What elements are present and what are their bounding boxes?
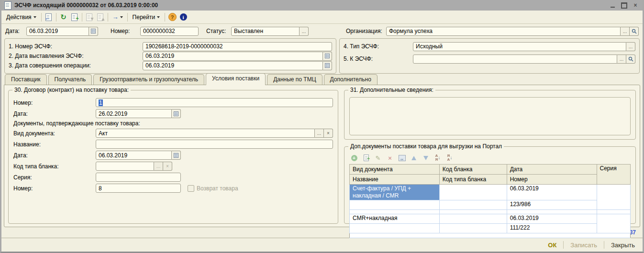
- esf-type-field[interactable]: Исходный ...: [413, 42, 635, 51]
- portal-docs-title: Доп.документы поставки товара для выгруз…: [348, 143, 504, 150]
- col-name[interactable]: Название: [350, 175, 440, 185]
- sort-arrow-icon: ↓: [438, 155, 440, 160]
- date-picker-button[interactable]: [323, 52, 332, 61]
- doc-type-clear-button[interactable]: ×: [324, 129, 333, 138]
- esf-type-select-button[interactable]: ...: [626, 42, 635, 51]
- tab-additional[interactable]: Дополнительно: [324, 74, 378, 85]
- table-row[interactable]: CMR+накладная 06.03.2019: [350, 214, 631, 224]
- esf-right-box: 4. Тип ЭСЧФ: Исходный ... 5. К ЭСЧФ: ...: [339, 38, 640, 74]
- end-edit-button[interactable]: ок: [398, 154, 406, 162]
- save-button[interactable]: Записать: [567, 241, 600, 250]
- table-row[interactable]: 123/986: [350, 200, 631, 210]
- info-button[interactable]: i: [178, 12, 188, 22]
- cell-number[interactable]: 123/986: [507, 200, 597, 210]
- esf-issue-date-field[interactable]: 06.03.2019: [143, 52, 332, 61]
- sort-asc-button[interactable]: АЯ ↓: [434, 154, 442, 162]
- cell-blank-type-code[interactable]: [439, 224, 507, 233]
- refresh-button[interactable]: ↻: [59, 12, 68, 22]
- right-column: 31. Дополнительные сведения: Доп.докумен…: [344, 90, 636, 224]
- cell-date[interactable]: 06.03.2019: [507, 185, 597, 200]
- title-bar: ЭСЧФ исходящий 0000000032 от 06.03.2019 …: [1, 0, 643, 11]
- tab-supplier[interactable]: Поставщик: [5, 74, 47, 85]
- col-blank-type-code[interactable]: Код типа бланка: [439, 175, 507, 185]
- col-date[interactable]: Дата: [507, 165, 597, 175]
- doc-number-field[interactable]: 8: [96, 184, 181, 193]
- cell-series[interactable]: [597, 214, 630, 233]
- help-button[interactable]: ?: [167, 12, 177, 22]
- edit-row-button[interactable]: ✎: [374, 154, 382, 162]
- cell-doc-type-selected[interactable]: Счет-фактура / УПД + накладная / CMR: [350, 185, 440, 200]
- col-number[interactable]: Номер: [507, 175, 597, 185]
- close-form-button[interactable]: Закрыть: [608, 241, 638, 250]
- contract-group-title: 30. Договор (контракт) на поставку товар…: [12, 87, 131, 93]
- date-field[interactable]: 06.03.2019: [26, 27, 98, 36]
- date-picker-button[interactable]: [172, 109, 181, 118]
- minimize-button[interactable]: [608, 2, 617, 9]
- magnifier-icon[interactable]: [630, 27, 639, 36]
- maximize-button[interactable]: [620, 2, 628, 9]
- tab-delivery-terms[interactable]: Условия поставки: [206, 73, 266, 85]
- organization-field[interactable]: Формула успеха ...: [386, 27, 639, 36]
- col-blank-code[interactable]: Код бланка: [439, 165, 507, 175]
- copy-document-button[interactable]: +: [70, 12, 79, 22]
- status-select-button[interactable]: ...: [300, 27, 309, 36]
- cell-blank-code[interactable]: [439, 214, 507, 224]
- esf-number-field[interactable]: 190268618-2019-0000000032: [143, 42, 332, 51]
- tab-goods-data[interactable]: Данные по ТМЦ: [267, 74, 322, 85]
- number-field[interactable]: 0000000032: [140, 27, 199, 36]
- cell-doc-type[interactable]: CMR+накладная: [350, 214, 440, 224]
- doc-date-field[interactable]: 06.03.2019: [96, 151, 181, 160]
- export-button[interactable]: →: [111, 12, 125, 22]
- add-row-button[interactable]: +: [350, 154, 358, 162]
- esf-to-select-button[interactable]: ...: [617, 55, 626, 64]
- export-arrow-icon: →: [112, 13, 119, 21]
- copy-row-button[interactable]: +: [362, 154, 370, 162]
- doc-name-field[interactable]: [96, 140, 333, 149]
- col-series[interactable]: Серия: [597, 165, 630, 185]
- cell-name[interactable]: [350, 200, 440, 210]
- post-disabled-button: ▾: [85, 12, 94, 22]
- number-label: Номер:: [111, 28, 140, 34]
- doc-type-select-button[interactable]: ...: [315, 129, 324, 138]
- tab-shipper[interactable]: Грузоотправитель и грузополучатель: [93, 74, 204, 85]
- go-menu-button[interactable]: Перейти: [130, 13, 163, 22]
- date-picker-button[interactable]: [89, 27, 98, 36]
- end-edit-icon: ок: [399, 155, 406, 161]
- ok-button[interactable]: ОК: [545, 241, 559, 250]
- return-goods-checkbox[interactable]: Возврат товара: [188, 185, 238, 192]
- doc-type-field[interactable]: Акт ... ×: [96, 129, 333, 138]
- cell-name[interactable]: [350, 224, 440, 233]
- move-up-button[interactable]: [410, 154, 418, 162]
- move-down-button[interactable]: [422, 154, 430, 162]
- cell-number[interactable]: 111/222: [507, 224, 597, 233]
- contract-date-field[interactable]: 26.02.2019: [96, 109, 181, 118]
- close-button[interactable]: ×: [631, 2, 640, 9]
- portal-docs-table[interactable]: Вид документа Код бланка Дата Серия Назв…: [349, 164, 631, 238]
- esf-to-field[interactable]: ...: [413, 55, 635, 64]
- pencil-icon: ✎: [376, 154, 381, 162]
- series-field[interactable]: [96, 173, 181, 182]
- cell-date[interactable]: 06.03.2019: [507, 214, 597, 224]
- tab-recipient[interactable]: Получатель: [48, 74, 92, 85]
- cell-series[interactable]: [597, 185, 630, 210]
- actions-menu-button[interactable]: Действия: [4, 13, 39, 22]
- date-picker-button[interactable]: [172, 151, 181, 160]
- table-row[interactable]: 111/222: [350, 224, 631, 233]
- magnifier-icon[interactable]: [626, 55, 635, 64]
- sort-desc-button[interactable]: ЯА ↓: [446, 154, 454, 162]
- blank-code-field[interactable]: ... ×: [96, 162, 172, 171]
- esf-op-date-field[interactable]: 06.03.2019: [143, 61, 332, 70]
- table-row[interactable]: Счет-фактура / УПД + накладная / CMR 06.…: [350, 185, 631, 200]
- button-bar: ОК Записать Закрыть: [1, 238, 643, 252]
- cell-blank-code[interactable]: [439, 185, 507, 200]
- additional-info-textarea[interactable]: [349, 97, 631, 135]
- col-doc-type[interactable]: Вид документа: [350, 165, 440, 175]
- post-document-button[interactable]: ←: [44, 12, 54, 22]
- contract-number-field[interactable]: 1: [96, 98, 333, 107]
- organization-select-button[interactable]: ...: [621, 27, 630, 36]
- delete-row-button[interactable]: ×: [386, 154, 394, 162]
- date-picker-button[interactable]: [323, 61, 332, 70]
- organization-label: Организация:: [346, 28, 386, 34]
- status-field[interactable]: Выставлен ...: [231, 27, 309, 36]
- cell-blank-type-code[interactable]: [439, 200, 507, 210]
